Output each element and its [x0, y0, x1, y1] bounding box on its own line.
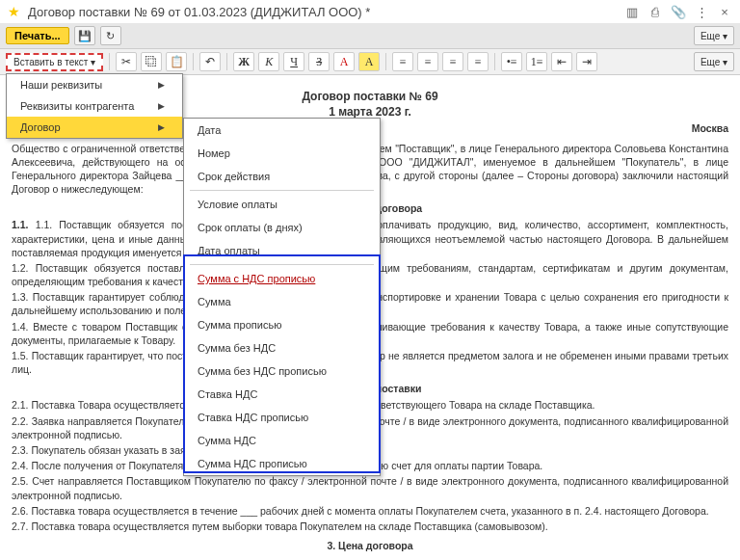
p-2-7: 2.7. Поставка товара осуществляется путе… — [12, 520, 728, 533]
context-menu-level-1: Наши реквизиты▶Реквизиты контрагента▶Дог… — [6, 73, 183, 139]
attach-icon[interactable]: 📎 — [671, 4, 686, 19]
list-numbered-icon[interactable]: 1≡ — [526, 52, 547, 71]
p-2-5: 2.5. Счет направляется Поставщиком Покуп… — [12, 474, 728, 501]
menu2-item[interactable]: Ставка НДС — [184, 383, 380, 406]
align-center-icon[interactable]: ≡ — [417, 52, 438, 71]
p-3-1: 3.1. Стоимость Товара устанавливается в … — [12, 555, 728, 560]
copy-icon[interactable]: ⿻ — [141, 52, 162, 71]
separator — [193, 53, 194, 70]
close-icon[interactable]: × — [717, 4, 732, 19]
insert-text-button[interactable]: Вставить в текст ▾ — [6, 53, 103, 71]
more-header-icon[interactable]: ⋮ — [694, 4, 709, 19]
menu1-item[interactable]: Договор▶ — [7, 117, 182, 138]
toolbar-format: Вставить в текст ▾ ✂ ⿻ 📋 ↶ Ж К Ч З А А ≡… — [0, 49, 740, 75]
list-bullet-icon[interactable]: •≡ — [501, 52, 522, 71]
menu2-item[interactable]: Номер — [184, 142, 380, 165]
menu2-item[interactable]: Дата оплаты — [184, 239, 380, 262]
paste-icon[interactable]: 📋 — [166, 52, 187, 71]
highlight-button[interactable]: А — [358, 52, 380, 71]
menu2-item[interactable]: Дата — [184, 119, 380, 142]
menu2-item[interactable]: Сумма прописью — [184, 313, 380, 336]
save-header-icon[interactable]: ▥ — [624, 4, 640, 19]
print-button[interactable]: Печать... — [6, 27, 69, 44]
strike-button[interactable]: З — [308, 52, 330, 71]
separator — [385, 53, 386, 70]
menu1-item[interactable]: Наши реквизиты▶ — [7, 74, 182, 95]
menu1-item[interactable]: Реквизиты контрагента▶ — [7, 95, 182, 117]
more-button-2[interactable]: Еще ▾ — [694, 52, 734, 71]
font-color-button[interactable]: А — [333, 52, 355, 71]
window-titlebar: ★ Договор поставки № 69 от 01.03.2023 (Д… — [0, 0, 740, 23]
context-menu-level-2: ДатаНомерСрок действияУсловие оплатыСрок… — [183, 118, 381, 476]
p-2-6: 2.6. Поставка товара осуществляется в те… — [12, 504, 728, 518]
indent-icon[interactable]: ⇥ — [576, 52, 597, 71]
separator — [494, 53, 495, 70]
cut-icon[interactable]: ✂ — [116, 52, 137, 71]
bold-button[interactable]: Ж — [233, 52, 254, 71]
menu2-item[interactable]: Сумма без НДС прописью — [184, 360, 380, 383]
menu-divider — [190, 264, 374, 265]
outdent-icon[interactable]: ⇤ — [551, 52, 572, 71]
separator — [109, 53, 110, 70]
separator — [226, 53, 227, 70]
window-title: Договор поставки № 69 от 01.03.2023 (ДИД… — [28, 5, 370, 19]
menu2-item[interactable]: Условие оплаты — [184, 193, 380, 216]
star-icon: ★ — [8, 4, 20, 19]
menu-divider — [190, 190, 374, 191]
align-left-icon[interactable]: ≡ — [392, 52, 413, 71]
toolbar-main: Печать... 💾 ↻ Еще ▾ — [0, 23, 740, 49]
print-header-icon[interactable]: ⎙ — [648, 4, 663, 19]
menu2-item[interactable]: Сумма с НДС прописью — [184, 267, 380, 290]
save-icon[interactable]: 💾 — [74, 26, 95, 45]
align-right-icon[interactable]: ≡ — [442, 52, 463, 71]
menu2-item[interactable]: Сумма — [184, 290, 380, 313]
refresh-icon[interactable]: ↻ — [100, 26, 121, 45]
menu2-item[interactable]: Сумма НДС прописью — [184, 452, 380, 475]
more-button-1[interactable]: Еще ▾ — [694, 26, 734, 45]
underline-button[interactable]: Ч — [283, 52, 304, 71]
menu2-item[interactable]: Сумма НДС — [184, 429, 380, 452]
menu2-item[interactable]: Ставка НДС прописью — [184, 406, 380, 429]
section-3-header: 3. Цена договора — [12, 539, 728, 552]
italic-button[interactable]: К — [258, 52, 279, 71]
menu2-item[interactable]: Сумма без НДС — [184, 336, 380, 360]
undo-icon[interactable]: ↶ — [199, 52, 221, 71]
align-justify-icon[interactable]: ≡ — [467, 52, 489, 71]
menu2-item[interactable]: Срок действия — [184, 165, 380, 188]
menu2-item[interactable]: Срок оплаты (в днях) — [184, 216, 380, 239]
